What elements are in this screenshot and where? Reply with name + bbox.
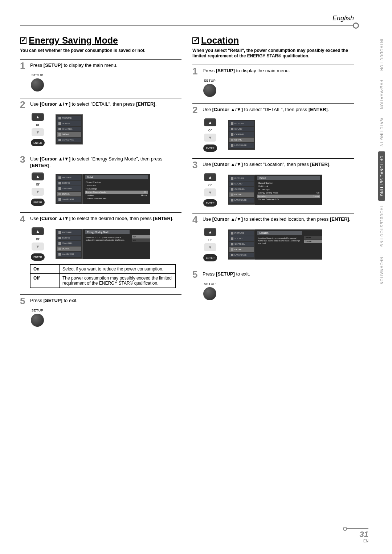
energy-saving-mode-section: Energy Saving Mode You can set whether t… — [20, 35, 181, 333]
cursor-buttons-graphic: ▲ or ▼ ENTER — [31, 172, 45, 206]
step-2-text: Use [Cursor ▲/▼] to select "DETAIL", the… — [203, 105, 354, 113]
page-number: 31 EN — [347, 528, 368, 543]
language-label: English — [332, 15, 354, 22]
tab-preparation: PREPARATION — [378, 76, 385, 114]
detail-menu-graphic: PICTURE SOUND CHANNEL DETAIL LANGUAGE De… — [56, 174, 150, 204]
step-3-text: Use [Cursor ▲/▼] to select "Location", t… — [203, 160, 354, 168]
step-3-text: Use [Cursor ▲/▼] to select "Energy Savin… — [30, 155, 181, 169]
checkbox-icon — [20, 37, 26, 44]
step-number: 3 — [192, 160, 200, 170]
main-menu-graphic: PICTURE SOUND CHANNEL DETAIL LANGUAGE — [228, 120, 255, 150]
tab-troubleshooting: TROUBLESHOOTING — [378, 201, 385, 252]
cursor-buttons-graphic: ▲ or ▼ ENTER — [203, 118, 217, 152]
cursor-buttons-graphic: ▲ or ▼ ENTER — [203, 172, 217, 207]
step-5-text: Press [SETUP] to exit. — [203, 270, 354, 277]
section-title-energy: Energy Saving Mode — [20, 35, 181, 46]
step-1-text: Press [SETUP] to display the main menu. — [30, 61, 181, 69]
step-number: 1 — [20, 61, 27, 70]
tab-information: INFORMATION — [378, 251, 385, 289]
setup-button-graphic: SETUP — [31, 309, 44, 327]
setup-button-graphic: SETUP — [31, 73, 44, 91]
step-number: 5 — [192, 270, 200, 279]
step-number: 2 — [192, 105, 200, 115]
main-menu-graphic: PICTURE SOUND CHANNEL DETAIL LANGUAGE — [56, 114, 83, 144]
step-4-text: Use [Cursor ▲/▼] to select the desired l… — [203, 215, 354, 223]
step-4-text: Use [Cursor ▲/▼] to select the desired m… — [30, 214, 181, 222]
step-5-text: Press [SETUP] to exit. — [30, 296, 181, 304]
tab-optional-setting: OPTIONAL SETTING — [378, 151, 385, 201]
step-number: 2 — [20, 100, 27, 109]
location-section: Location When you select "Retail", the p… — [192, 35, 354, 333]
side-tab-nav: INTRODUCTION PREPARATION WATCHING TV OPT… — [378, 34, 388, 289]
setup-button-graphic: SETUP — [203, 79, 216, 97]
intro-energy: You can set whether the power consumptio… — [20, 48, 181, 53]
step-1-text: Press [SETUP] to display the main menu. — [203, 66, 354, 74]
step-number: 3 — [20, 155, 27, 164]
tab-watching-tv: WATCHING TV — [378, 114, 385, 151]
tab-introduction: INTRODUCTION — [378, 34, 385, 76]
intro-location: When you select "Retail", the power cons… — [192, 48, 354, 59]
step-number: 4 — [192, 215, 200, 224]
header-rule — [20, 25, 354, 26]
cursor-buttons-graphic: ▲ or ▼ ENTER — [31, 227, 45, 261]
step-number: 5 — [20, 296, 27, 306]
location-menu-graphic: PICTURE SOUND CHANNEL DETAIL LANGUAGE Lo… — [228, 229, 322, 260]
esm-menu-graphic: PICTURE SOUND CHANNEL DETAIL LANGUAGE En… — [56, 229, 150, 259]
detail-menu-graphic: PICTURE SOUND CHANNEL DETAIL LANGUAGE De… — [228, 175, 322, 205]
options-table: OnSelect if you want to reduce the power… — [30, 264, 176, 288]
cursor-buttons-graphic: ▲ or ▼ ENTER — [203, 227, 217, 261]
step-2-text: Use [Cursor ▲/▼] to select "DETAIL", the… — [30, 100, 181, 107]
step-number: 1 — [192, 66, 200, 76]
checkbox-icon — [192, 37, 199, 44]
setup-button-graphic: SETUP — [203, 282, 216, 300]
section-title-location: Location — [192, 35, 354, 46]
step-number: 4 — [20, 214, 27, 224]
cursor-buttons-graphic: ▲ or ▼ ENTER — [31, 112, 45, 146]
